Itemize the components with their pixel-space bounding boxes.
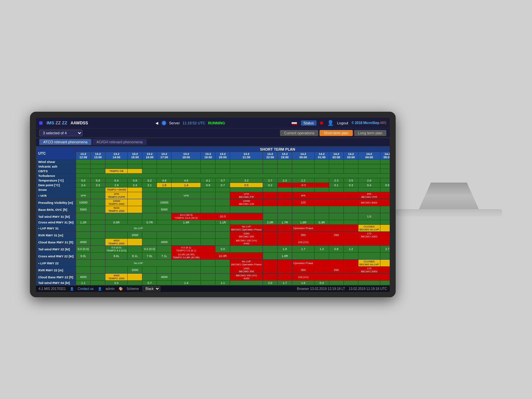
tab-long-term[interactable]: Long term plan — [354, 130, 386, 136]
tail-wind-31-label: Tail wind RWY 31 [kt] — [36, 213, 76, 220]
tail-wind-04-label: Tail wind RWY 04 [kt] — [36, 281, 76, 285]
tail-wind-31-row: Tail wind RWY 31 [kt] 10.0 (34.5)TEMPO 1… — [36, 213, 390, 220]
time-col-3: 13.214:00 — [105, 152, 128, 160]
base-bkn-label: Base BKN, OVC [ft] — [36, 206, 76, 213]
dew-point-label: Dew point [°C] — [36, 183, 76, 188]
status-button[interactable]: Status — [301, 120, 317, 126]
header-center: ◄ i Server 11:18:52 UTC RUNNING — [155, 120, 225, 126]
turbulence-row: Turbulence — [36, 174, 390, 178]
time-col-2: 13.213:00 — [91, 152, 105, 160]
app-icon — [39, 121, 43, 125]
prev-vis-label: Prevailing Visibility [m] — [36, 199, 76, 206]
time-col-14: 14.201:00 — [315, 152, 329, 160]
header-right: Status 👤 Logout © 2018 MicroStep-MIS — [292, 120, 386, 126]
lvp-rwy-31-row: ▪ LVP RWY 31 No LVP No LVPBECMG Operatio… — [36, 225, 390, 232]
logo-suffix: ZZ — [56, 120, 61, 125]
lvp-rwy-22-row: ▪ LVP RWY 22 No LVP No LVPBECMG Operatio… — [36, 260, 390, 267]
time-col-9: 13.220:00 — [215, 152, 230, 160]
rvr-rwy-22-row: RVR RWY 22 [m] 2000 2000BECMG 350 — [36, 267, 390, 274]
tail-wind-04-row: Tail wind RWY 04 [kt] 1.1 0.5 0.7 1.4 1.… — [36, 281, 390, 285]
rvr-rwy-31-label: RVR RWY 31 [m] — [36, 232, 76, 239]
volcanic-ash-row: Volcanic ash — [36, 164, 390, 169]
time-col-13: 14.200:00 — [292, 152, 315, 160]
monitor-stand — [419, 183, 479, 209]
time-col-1: 13.212:00 — [76, 152, 91, 160]
browser-time: Browser 13.02.2019 12:19:18 LT — [297, 287, 345, 291]
cloud-base-31-row: Cloud Base RWY 31 [ft] 4000 4000TEMPO 15… — [36, 239, 390, 246]
time-col-5: 13.216:00 — [142, 152, 157, 160]
time-col-7: 13.218:00 — [172, 152, 201, 160]
temperature-label: Temperature [°C] — [36, 178, 76, 183]
utc-header: UTC — [36, 147, 76, 160]
logout-button[interactable]: Logout — [337, 121, 348, 125]
cross-wind-22-label: Cross wind RWY 22 [kt] — [36, 253, 76, 260]
snow-label: Snow — [36, 188, 76, 192]
scheme-label: Scheme — [127, 287, 139, 291]
time-col-10: 13.221:00 — [230, 152, 263, 160]
tail-wind-22-label: Tail wind RWY 22 [kt] — [36, 246, 76, 253]
base-bkn-row: Base BKN, OVC [ft] 5000 5000TEMPO 1500 5… — [36, 206, 390, 213]
monitor-base — [396, 209, 502, 216]
time-col-17: 14.204:00 — [358, 152, 380, 160]
cloud-base-22-label: Cloud Base RWY 22 [ft] — [36, 274, 76, 281]
screen: IMS ZZ ZZ AAWDSS ◄ i Server 11:18:52 UTC… — [36, 118, 390, 292]
data-table: UTC SHORT TERM PLAN 13.212:00 13.213:00 … — [36, 147, 390, 285]
status-right: Browser 13.02.2019 12:19:18 LT 13.02.201… — [297, 287, 387, 291]
header-left: IMS ZZ ZZ AAWDSS — [39, 120, 88, 125]
app-title: AAWDSS — [70, 121, 88, 125]
snow-row: Snow TEMPO +SHSN — [36, 188, 390, 192]
app-header: IMS ZZ ZZ AAWDSS ◄ i Server 11:18:52 UTC… — [36, 118, 390, 128]
running-status: RUNNING — [208, 121, 225, 125]
subtab-atco[interactable]: ATCO relevant phenomena — [39, 139, 91, 145]
monitor-stand-assembly — [396, 183, 502, 216]
version-label: 4.1 MIS 20170321 — [39, 287, 66, 291]
status-bar: 4.1 MIS 20170321 👤 Contact us 👤 admin 🎨 … — [36, 285, 390, 292]
tail-wind-22-row: Tail wind RWY 22 [kt] 0.0 (0.0) 0.0 (0.0… — [36, 246, 390, 253]
time-row: 13.212:00 13.213:00 13.214:00 13.215:00 … — [36, 152, 390, 160]
turbulence-label: Turbulence — [36, 174, 76, 178]
time-col-4: 13.215:00 — [128, 152, 142, 160]
vfr-label: ▪ VFR — [36, 192, 76, 199]
cross-wind-22-row: Cross wind RWY 22 [kt] 9.0L 8.6L 8.1L 7.… — [36, 253, 390, 260]
time-col-11: 13.222:00 — [263, 152, 278, 160]
cloud-base-31-label: Cloud Base RWY 31 [ft] — [36, 239, 76, 246]
cloud-base-22-row: Cloud Base RWY 22 [ft] 4000 4000TEMPO 15… — [36, 274, 390, 281]
prev-vis-row: Prevailing Visibility [m] 10000 10000TEM… — [36, 199, 390, 206]
main-grid: UTC SHORT TERM PLAN 13.212:00 13.213:00 … — [36, 147, 390, 285]
server-label: Server — [169, 121, 180, 125]
cross-wind-31-row: Cross wind RWY 31 [kt] 1.1R 0.5R 0.7R 1.… — [36, 220, 390, 225]
info-icon[interactable]: i — [162, 121, 166, 125]
lvp-rwy-22-label: ▪ LVP RWY 22 — [36, 260, 76, 267]
rvr-rwy-22-label: RVR RWY 22 [m] — [36, 267, 76, 274]
nav-back[interactable]: ◄ — [155, 120, 159, 126]
dew-point-row: Dew point [°C] 3.4 3.3 2.9 2.4 2.1 1.8 1… — [36, 183, 390, 188]
server-time: 11:18:52 UTC — [183, 121, 205, 125]
temperature-row: Temperature [°C] 5.0 5.8 6.4 5.8 5.2 4.8… — [36, 178, 390, 183]
tab-short-term[interactable]: Short term plan — [320, 130, 352, 136]
flag-icon — [292, 121, 297, 125]
logo: IMS ZZ ZZ — [47, 120, 67, 125]
utc-time: 13.02.2019 11:19:18 UTC — [349, 287, 387, 291]
tab-operations: Current operations Short term plan Long … — [280, 130, 386, 136]
toolbar: 3 selected of 4 Current operations Short… — [36, 128, 390, 138]
rvr-rwy-31-row: RVR RWY 31 [m] 2000 2000BECMG 350 — [36, 232, 390, 239]
cross-wind-31-label: Cross wind RWY 31 [kt] — [36, 220, 76, 225]
time-col-12: 13.223:00 — [278, 152, 292, 160]
time-col-6: 13.217:00 — [157, 152, 172, 160]
copyright: © 2018 MicroStep-MIS — [351, 121, 386, 125]
volcanic-ash-label: Volcanic ash — [36, 164, 76, 169]
scheme-select[interactable]: Black — [143, 286, 160, 291]
lvp-rwy-31-label: ▪ LVP RWY 31 — [36, 225, 76, 232]
user-label: admin — [106, 287, 115, 291]
cbts-label: CB/TS — [36, 169, 76, 174]
vfr-row: ▪ VFR VFR VFRTEMPO ZVFR VFR VFRBECMG IFR — [36, 192, 390, 199]
contact-link[interactable]: Contact us — [78, 287, 94, 291]
user-icon[interactable]: 👤 — [327, 120, 334, 126]
wind-shear-label: Wind shear — [36, 160, 76, 164]
wind-shear-row: Wind shear — [36, 160, 390, 164]
airport-select[interactable]: 3 selected of 4 — [39, 130, 82, 136]
cbts-row: CB/TS TEMPO CB — [36, 169, 390, 174]
logo-suffix2: ZZ — [62, 120, 67, 125]
subtab-aogh[interactable]: AO/GH relevant phenomena — [92, 139, 147, 145]
tab-current-operations[interactable]: Current operations — [280, 130, 318, 136]
